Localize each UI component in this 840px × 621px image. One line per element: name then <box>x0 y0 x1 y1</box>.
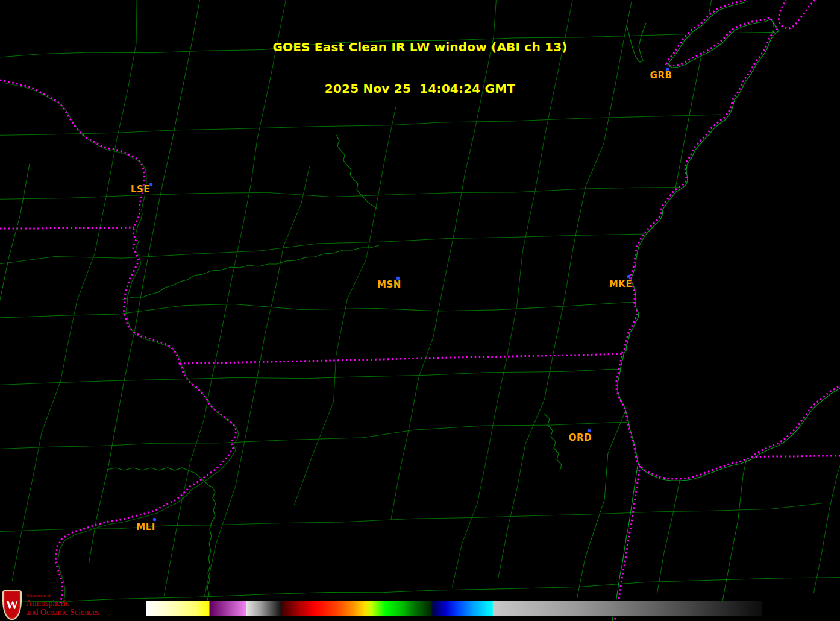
county-boundary-line <box>0 162 30 553</box>
station-label-ORD: ORD <box>569 432 592 443</box>
fox-river-line <box>544 414 562 471</box>
rock-river-line <box>107 468 216 609</box>
logo-name-line1: Atmospheric <box>26 599 99 608</box>
uw-crest-icon: W <box>2 590 22 620</box>
mississippi-bank-green-lower <box>58 366 239 605</box>
logo-text: Department of Atmospheric and Oceanic Sc… <box>26 593 99 617</box>
logo-dept-line: Department of <box>26 593 99 598</box>
county-boundary-line <box>0 578 840 602</box>
station-dot-MLI <box>153 518 156 521</box>
state-border-lake-south <box>751 456 840 457</box>
image-title: GOES East Clean IR LW window (ABI ch 13) <box>0 40 840 54</box>
station-label-MKE: MKE <box>609 279 632 289</box>
colorbar <box>146 601 762 616</box>
station-dot-MKE <box>627 275 630 278</box>
station-label-LSE: LSE <box>131 184 150 195</box>
crest-letter: W <box>6 599 19 611</box>
station-label-MLI: MLI <box>136 522 155 532</box>
state-border-mississippi-lower <box>55 364 236 603</box>
county-boundary-line <box>204 166 310 597</box>
state-border-wi-il <box>180 354 622 364</box>
county-boundary-line <box>294 107 396 505</box>
state-border-mn-ia <box>0 227 134 229</box>
station-label-MSN: MSN <box>377 279 401 290</box>
station-label-GRB: GRB <box>650 70 672 81</box>
title-block: GOES East Clean IR LW window (ABI ch 13)… <box>0 13 840 124</box>
county-boundary-line <box>0 503 823 532</box>
il-in-green-line <box>612 466 638 621</box>
image-timestamp: 2025 Nov 25 14:04:24 GMT <box>0 82 840 96</box>
map-root: GOES East Clean IR LW window (ABI ch 13)… <box>0 0 840 621</box>
state-border-il-in <box>615 466 640 621</box>
mississippi-bank-green-upper <box>2 83 182 366</box>
uw-aos-logo: W Department of Atmospheric and Oceanic … <box>2 590 99 620</box>
wisconsin-river-line <box>122 245 379 300</box>
dells-river-line <box>336 135 377 209</box>
logo-name-line2: and Oceanic Sciences <box>26 608 99 617</box>
